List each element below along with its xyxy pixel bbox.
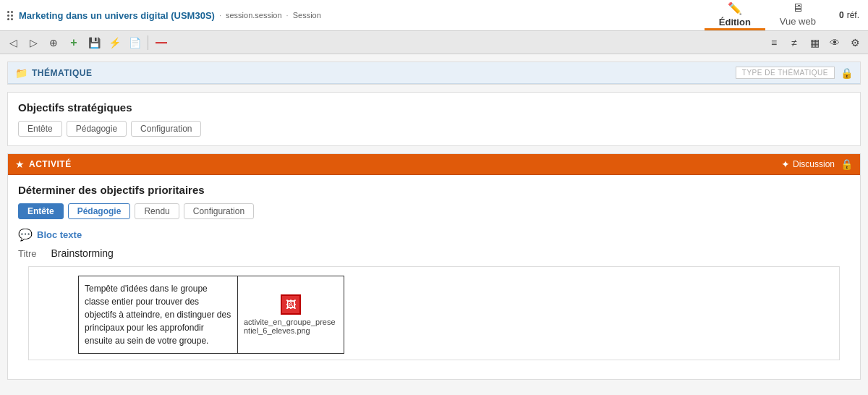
app-title[interactable]: Marketing dans un univers digital (USM30… <box>19 10 215 21</box>
objectifs-title: Objectifs stratégiques <box>18 101 850 114</box>
discussion-button[interactable]: ✦ Discussion <box>781 158 835 170</box>
discussion-label: Discussion <box>793 159 835 169</box>
broken-image-symbol: 🖼 <box>286 299 296 310</box>
toolbar-separator <box>148 35 148 50</box>
thematique-header: 📁 Thématique Type de thématique 🔒 <box>8 62 860 84</box>
breadcrumb-session-label: Session <box>293 11 321 20</box>
activite-star-icon: ★ <box>15 158 25 170</box>
flash-button[interactable]: ⚡ <box>106 34 123 51</box>
view-button[interactable]: 👁 <box>826 34 843 51</box>
add-button[interactable]: + <box>65 34 82 51</box>
activite-tab-rendu[interactable]: Rendu <box>135 203 179 219</box>
inner-table: Tempête d'idées dans le groupe classe en… <box>78 276 344 354</box>
objectifs-tabs: Entête Pédagogie Configuration <box>18 121 850 137</box>
thematique-title: Thématique <box>32 68 92 78</box>
activite-tab-entete[interactable]: Entête <box>18 203 64 219</box>
inner-cell-image: 🖼 activite_en_groupe_presentiel_6_eleves… <box>238 276 344 353</box>
activite-title: Activité <box>29 159 72 169</box>
settings-button[interactable]: ⚙ <box>846 34 864 51</box>
bloc-texte-icon: 💬 <box>18 228 33 242</box>
titre-value: Brainstorming <box>51 247 114 259</box>
top-bar-tabs: ✏️ Édition 🖥 Vue web <box>705 0 830 30</box>
thematique-icon: 📁 <box>15 67 27 79</box>
breadcrumb-separator: · <box>219 11 221 20</box>
brainstorming-text: Tempête d'idées dans le groupe classe en… <box>85 284 231 346</box>
top-bar-right: 0 réf. <box>830 0 868 30</box>
thematique-block: 📁 Thématique Type de thématique 🔒 <box>7 61 861 85</box>
notequal-button[interactable]: ≠ <box>786 34 803 51</box>
thematique-header-left: 📁 Thématique <box>15 67 92 79</box>
grid-button[interactable]: ▦ <box>806 34 823 51</box>
tab-vue-web-label: Vue web <box>780 16 816 27</box>
toolbar-right: ≡ ≠ ▦ 👁 ⚙ <box>765 34 864 51</box>
breadcrumb-separator2: · <box>286 11 289 20</box>
thematique-header-right: Type de thématique 🔒 <box>736 67 853 79</box>
objectifs-tab-configuration[interactable]: Configuration <box>131 121 201 137</box>
titre-row: Titre Brainstorming <box>18 247 850 259</box>
delete-button[interactable]: — <box>153 34 170 51</box>
bloc-texte-label: Bloc texte <box>37 229 82 240</box>
activite-tab-configuration[interactable]: Configuration <box>184 203 254 219</box>
forward-button[interactable]: ▷ <box>25 34 42 51</box>
bloc-texte-header: 💬 Bloc texte <box>18 228 850 242</box>
export-button[interactable]: 📄 <box>126 34 143 51</box>
drag-handle[interactable] <box>6 9 14 22</box>
save-button[interactable]: 💾 <box>85 34 103 51</box>
activite-tab-pedagogie[interactable]: Pédagogie <box>68 203 131 219</box>
top-bar: Marketing dans un univers digital (USM30… <box>0 0 868 31</box>
top-bar-left: Marketing dans un univers digital (USM30… <box>0 0 705 30</box>
type-thematique-label[interactable]: Type de thématique <box>736 67 835 79</box>
toolbar: ◁ ▷ ⊕ + 💾 ⚡ 📄 — ≡ ≠ ▦ 👁 ⚙ <box>0 31 868 54</box>
ref-text: réf. <box>847 10 859 20</box>
objectifs-tab-entete[interactable]: Entête <box>18 121 62 137</box>
edition-icon: ✏️ <box>728 1 742 15</box>
tab-vue-web[interactable]: 🖥 Vue web <box>765 0 830 30</box>
ref-number: 0 <box>839 10 844 20</box>
activite-header-right: ✦ Discussion 🔒 <box>781 158 853 170</box>
image-filename: activite_en_groupe_presentiel_6_eleves.p… <box>244 318 338 335</box>
objectifs-tab-pedagogie[interactable]: Pédagogie <box>67 121 127 137</box>
back-button[interactable]: ◁ <box>4 34 22 51</box>
breadcrumb-session-session: session.session <box>226 11 282 20</box>
tab-edition[interactable]: ✏️ Édition <box>705 0 765 30</box>
activite-name: Déterminer des objectifs prioritaires <box>18 184 850 196</box>
activite-header-left: ★ Activité <box>15 158 72 170</box>
activite-lock-icon[interactable]: 🔒 <box>841 158 853 170</box>
activite-tabs: Entête Pédagogie Rendu Configuration <box>18 203 850 219</box>
thematique-lock-icon[interactable]: 🔒 <box>841 67 853 79</box>
target-button[interactable]: ⊕ <box>45 34 62 51</box>
activite-body: Déterminer des objectifs prioritaires En… <box>8 175 860 379</box>
inner-cell-text: Tempête d'idées dans le groupe classe en… <box>79 276 238 353</box>
vue-web-icon: 🖥 <box>792 1 804 14</box>
image-broken-icon: 🖼 <box>281 294 301 315</box>
tab-edition-label: Édition <box>719 17 751 27</box>
objectifs-block: Objectifs stratégiques Entête Pédagogie … <box>7 92 861 146</box>
titre-label: Titre <box>18 248 37 259</box>
activite-header: ★ Activité ✦ Discussion 🔒 <box>8 154 860 175</box>
main-content: 📁 Thématique Type de thématique 🔒 Object… <box>0 54 868 395</box>
align-button[interactable]: ≡ <box>765 34 783 51</box>
discussion-icon: ✦ <box>781 158 790 170</box>
activite-block: ★ Activité ✦ Discussion 🔒 Déterminer des… <box>7 153 861 380</box>
content-area: Tempête d'idées dans le groupe classe en… <box>28 266 840 360</box>
